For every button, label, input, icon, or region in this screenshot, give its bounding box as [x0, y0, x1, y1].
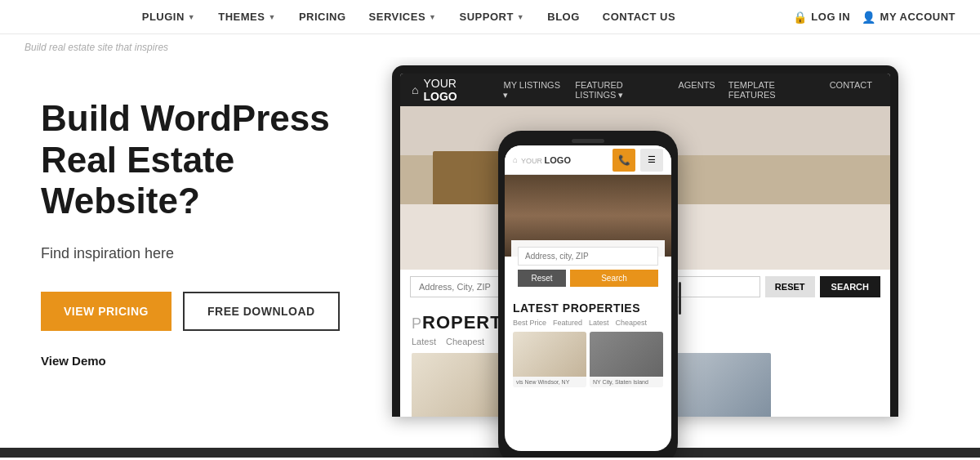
- person-icon: 👤: [862, 11, 876, 24]
- phone-mockup: ⌂ YOUR LOGO 📞 ☰: [498, 131, 678, 458]
- account-link[interactable]: 👤 MY ACCOUNT: [862, 11, 956, 24]
- nav-item-pricing[interactable]: PRICING: [287, 11, 358, 23]
- nav-menu: PLUGIN ▼ THEMES ▼ PRICING SERVICES ▼ SUP…: [24, 11, 793, 23]
- phone-reset-button[interactable]: Reset: [518, 270, 566, 287]
- dropdown-caret: ▼: [188, 13, 195, 21]
- phone-filter-tab[interactable]: Featured: [553, 319, 582, 327]
- dropdown-caret: ▼: [268, 13, 275, 21]
- phone-menu-button[interactable]: ☰: [640, 149, 663, 172]
- view-pricing-button[interactable]: VIEW PRICING: [41, 292, 172, 331]
- home-icon: ⌂: [412, 83, 418, 96]
- lock-icon: 🔒: [793, 11, 808, 24]
- phone-card-address: vis New Windsor, NY: [513, 377, 586, 387]
- phone-property-card: vis New Windsor, NY: [513, 332, 586, 387]
- laptop-tab-latest[interactable]: Latest: [412, 337, 436, 346]
- phone-filter-tab[interactable]: Best Price: [513, 319, 546, 327]
- phone-card-address: NY City, Staten Island: [590, 377, 663, 387]
- laptop-nav-item: MY LISTINGS ▾: [497, 80, 568, 100]
- phone-outer: ⌂ YOUR LOGO 📞 ☰: [498, 131, 678, 458]
- laptop-nav-item: AGENTS: [671, 80, 721, 100]
- hero-section: Build WordPress Real Estate Website? Fin…: [0, 57, 980, 458]
- phone-property-cards: vis New Windsor, NY NY City, Staten Isla…: [505, 332, 671, 387]
- phone-logo: ⌂ YOUR LOGO: [513, 155, 571, 165]
- phone-property-card: NY City, Staten Island: [590, 332, 663, 387]
- phone-search-buttons: Reset Search: [518, 270, 658, 287]
- laptop-search-button[interactable]: SEARCH: [820, 276, 880, 297]
- free-download-button[interactable]: FREE DOWNLOAD: [183, 292, 340, 331]
- hero-title: Build WordPress Real Estate Website?: [41, 98, 368, 222]
- phone-filter-tab[interactable]: Cheapest: [616, 319, 648, 327]
- laptop-reset-button[interactable]: RESET: [765, 276, 815, 297]
- phone-home-icon: ⌂: [513, 155, 518, 164]
- hero-right: ⌂ YOUR LOGO MY LISTINGS ▾ FEATURED LISTI…: [392, 57, 980, 458]
- phone-call-button[interactable]: 📞: [612, 149, 635, 172]
- phone-filter-tabs: Best Price Featured Latest Cheapest: [505, 319, 671, 332]
- dropdown-caret: ▼: [517, 13, 524, 21]
- dropdown-caret: ▼: [429, 13, 436, 21]
- phone-screen: ⌂ YOUR LOGO 📞 ☰: [505, 145, 671, 451]
- tagline-text: Build real estate site that inspires: [24, 42, 168, 53]
- nav-item-contact[interactable]: CONTACT US: [591, 11, 687, 23]
- nav-item-blog[interactable]: BLOG: [536, 11, 591, 23]
- nav-right-actions: 🔒 LOG IN 👤 MY ACCOUNT: [793, 11, 956, 24]
- laptop-nav-item: TEMPLATE FEATURES: [722, 80, 823, 100]
- nav-item-plugin[interactable]: PLUGIN ▼: [131, 11, 207, 23]
- phone-card-image: [513, 332, 586, 377]
- login-link[interactable]: 🔒 LOG IN: [793, 11, 850, 24]
- phone-search-section: Reset Search: [511, 240, 665, 293]
- laptop-logo: ⌂ YOUR LOGO: [412, 77, 488, 103]
- hero-subtitle: Find inspiration here: [41, 245, 368, 262]
- phone-side-button: [679, 282, 681, 315]
- phone-search-button[interactable]: Search: [570, 270, 658, 287]
- laptop-nav-links: MY LISTINGS ▾ FEATURED LISTINGS ▾ AGENTS…: [497, 80, 879, 100]
- phone-nav: ⌂ YOUR LOGO 📞 ☰: [505, 145, 671, 175]
- view-demo-link[interactable]: View Demo: [41, 354, 106, 368]
- nav-item-services[interactable]: SERVICES ▼: [358, 11, 448, 23]
- hero-buttons: VIEW PRICING FREE DOWNLOAD: [41, 292, 368, 331]
- tagline-bar: Build real estate site that inspires: [0, 34, 980, 57]
- phone-speaker: [572, 139, 604, 143]
- nav-item-themes[interactable]: THEMES ▼: [207, 11, 287, 23]
- hamburger-icon: ☰: [648, 154, 656, 165]
- phone-icon: 📞: [618, 154, 630, 166]
- phone-search-input[interactable]: [518, 247, 658, 266]
- hero-left: Build WordPress Real Estate Website? Fin…: [0, 57, 392, 458]
- laptop-nav-item: CONTACT: [823, 80, 879, 100]
- nav-item-support[interactable]: SUPPORT ▼: [448, 11, 536, 23]
- phone-filter-tab[interactable]: Latest: [589, 319, 609, 327]
- phone-card-image: [590, 332, 663, 377]
- laptop-nav-item: FEATURED LISTINGS ▾: [568, 80, 671, 100]
- phone-latest-title: LATEST PROPERTIES: [505, 293, 671, 319]
- laptop-inner-nav: ⌂ YOUR LOGO MY LISTINGS ▾ FEATURED LISTI…: [400, 74, 890, 106]
- laptop-tab-cheapest[interactable]: Cheapest: [446, 337, 484, 346]
- main-nav: PLUGIN ▼ THEMES ▼ PRICING SERVICES ▼ SUP…: [0, 0, 980, 34]
